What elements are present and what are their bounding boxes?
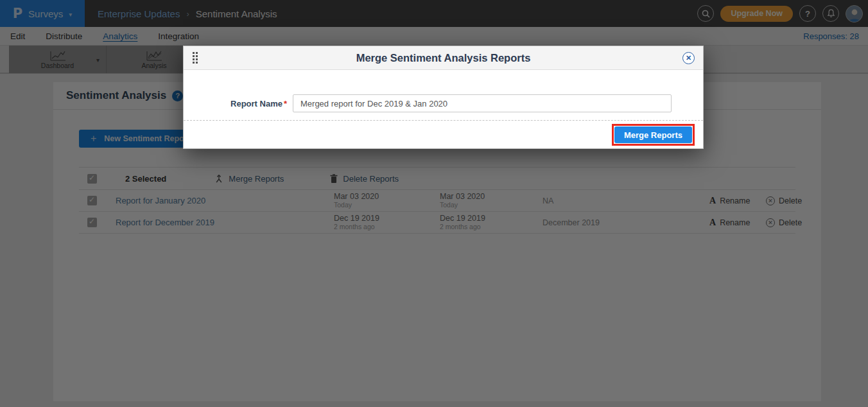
app-window: P Surveys ▾ Enterprise Updates › Sentime… — [0, 0, 868, 407]
report-name-label-text: Report Name — [230, 99, 282, 108]
close-icon[interactable]: ✕ — [682, 52, 695, 64]
report-name-input[interactable] — [293, 94, 672, 112]
report-name-row: Report Name* — [184, 94, 703, 112]
drag-handle-icon[interactable] — [193, 52, 198, 64]
annotation-highlight-box: Merge Reports — [612, 124, 695, 146]
modal-header: Merge Sentiment Analysis Reports ✕ — [184, 46, 703, 70]
report-name-label: Report Name* — [184, 99, 287, 108]
modal-title: Merge Sentiment Analysis Reports — [184, 52, 703, 64]
merge-reports-modal: Merge Sentiment Analysis Reports ✕ Repor… — [183, 46, 704, 149]
merge-reports-button[interactable]: Merge Reports — [614, 126, 692, 143]
modal-footer: Merge Reports — [184, 121, 703, 146]
required-asterisk: * — [284, 99, 287, 108]
